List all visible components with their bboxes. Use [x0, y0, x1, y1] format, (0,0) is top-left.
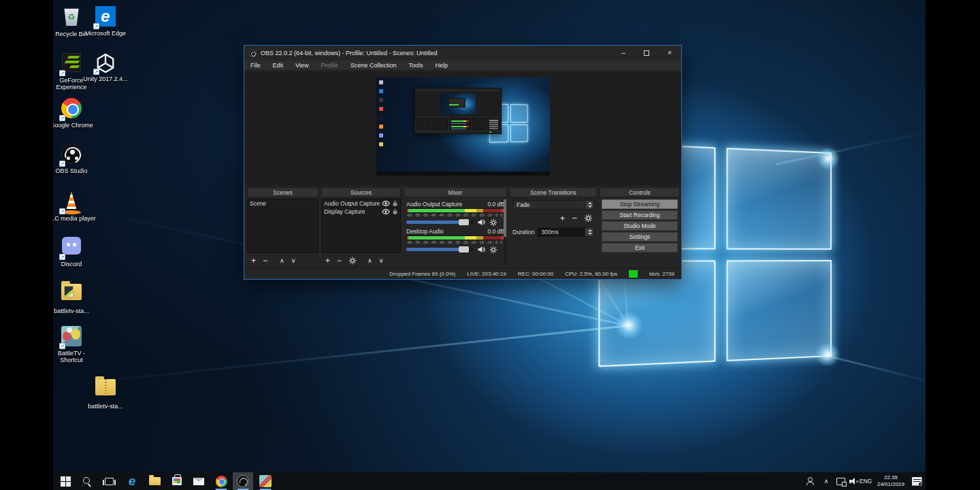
remove-scene-button[interactable]: − [263, 256, 267, 265]
duration-input[interactable]: 300ms [537, 227, 594, 237]
desktop-icon-microsoft-edge[interactable]: e ↗ Microsoft Edge [80, 5, 131, 37]
menu-bar: File Edit View Profile Scene Collection … [244, 61, 681, 71]
clock-date: 24/01/2019 [877, 481, 904, 488]
start-button[interactable] [55, 472, 76, 490]
desktop-icon-battletv-zip[interactable]: battletv-sta... [80, 376, 131, 410]
mixer-db-value: 0.0 dB [487, 228, 504, 235]
add-scene-button[interactable]: + [251, 256, 256, 265]
volume-slider-handle[interactable] [459, 246, 469, 252]
taskbar-edge-button[interactable]: e [122, 472, 142, 490]
desktop-icon-label: Discord [53, 261, 97, 267]
transitions-header[interactable]: Scene Transitions [510, 187, 597, 197]
taskbar-file-explorer-button[interactable] [144, 472, 165, 490]
speaker-icon[interactable] [477, 218, 486, 227]
taskbar-store-button[interactable] [167, 472, 187, 490]
tray-language-button[interactable]: ENG [856, 472, 875, 490]
mixer-scrollbar[interactable] [504, 199, 506, 265]
move-scene-up-button[interactable]: ∧ [280, 257, 284, 264]
clock-time: 22.35 [877, 474, 904, 481]
duration-spinner[interactable] [585, 228, 593, 236]
source-list-item[interactable]: Audio Output Capture [322, 199, 400, 208]
desktop-icon-discord[interactable]: ↗ Discord [53, 235, 97, 267]
desktop-icon-vlc[interactable]: ↗ VLC media player [53, 189, 97, 222]
volume-slider[interactable] [406, 220, 474, 224]
tray-network-button[interactable] [833, 472, 848, 490]
menu-scene-collection[interactable]: Scene Collection [344, 62, 403, 69]
mixer-gear-icon[interactable] [489, 218, 497, 227]
menu-help[interactable]: Help [429, 62, 454, 69]
geforce-icon [62, 53, 81, 72]
taskbar-mail-button[interactable] [189, 472, 209, 490]
language-label: ENG [860, 478, 872, 485]
taskbar-search-button[interactable] [77, 472, 97, 490]
obs-window: OBS 22.0.2 (64-bit, windows) - Profile: … [244, 45, 682, 280]
desktop-icon-google-chrome[interactable]: ↗ Google Chrome [53, 97, 97, 129]
wallpaper-glow [615, 311, 643, 340]
sources-header[interactable]: Sources [321, 187, 401, 197]
desktop-icon-label: battletv-sta... [53, 308, 97, 314]
dropdown-spinner[interactable] [585, 201, 593, 209]
move-source-up-button[interactable]: ∧ [368, 257, 372, 264]
add-transition-button[interactable]: + [560, 213, 566, 223]
minimize-button[interactable]: – [612, 46, 635, 61]
scenes-list: Scene [247, 199, 318, 253]
shortcut-arrow-icon: ↗ [93, 23, 99, 29]
task-view-button[interactable] [99, 472, 119, 490]
menu-view[interactable]: View [289, 62, 314, 69]
shortcut-arrow-icon: ↗ [59, 208, 65, 214]
remove-source-button[interactable]: − [337, 256, 342, 265]
close-button[interactable]: × [658, 46, 681, 61]
tray-people-button[interactable] [802, 472, 818, 490]
bitrate-status: kb/s: 2739 [649, 271, 674, 277]
menu-edit[interactable]: Edit [267, 62, 290, 69]
start-recording-button[interactable]: Start Recording [602, 210, 678, 220]
desktop-icon-battletv-shortcut[interactable]: ↗ BattleTV - Shortcut [53, 325, 97, 363]
preview-canvas[interactable] [376, 78, 550, 176]
visibility-eye-icon[interactable] [382, 201, 390, 206]
move-scene-down-button[interactable]: ∨ [291, 257, 296, 264]
dropped-frames-status: Dropped Frames 69 (0.0%) [389, 271, 455, 277]
taskbar-battletv-button[interactable] [255, 472, 276, 490]
controls-header[interactable]: Controls [600, 187, 680, 197]
add-source-button[interactable]: + [325, 256, 330, 265]
desktop-icon-label: Unity 2017.2.4... [80, 76, 131, 82]
source-list-item[interactable]: Display Capture [322, 208, 400, 216]
tray-hidden-icons-button[interactable]: ∧ [819, 472, 833, 490]
studio-mode-button[interactable]: Studio Mode [602, 221, 678, 231]
tray-clock-button[interactable]: 22.35 24/01/2019 [874, 472, 908, 490]
transition-properties-gear-icon[interactable] [584, 214, 593, 223]
move-source-down-button[interactable]: ∨ [379, 257, 384, 264]
taskbar-obs-button[interactable] [233, 472, 253, 490]
scene-list-item[interactable]: Scene [248, 199, 318, 208]
speaker-icon[interactable] [477, 245, 486, 254]
mixer-source-name: Audio Output Capture [406, 201, 462, 208]
lock-icon[interactable] [392, 200, 398, 207]
taskbar-chrome-button[interactable] [211, 472, 231, 490]
menu-profile[interactable]: Profile [314, 62, 344, 69]
volume-slider[interactable] [406, 248, 474, 251]
menu-tools[interactable]: Tools [402, 62, 429, 69]
scenes-header[interactable]: Scenes [247, 187, 318, 197]
mixer-gear-icon[interactable] [489, 246, 497, 254]
logo-pane [726, 260, 832, 361]
title-bar[interactable]: OBS 22.0.2 (64-bit, windows) - Profile: … [244, 46, 681, 61]
desktop-icon-battletv-folder[interactable]: battletv-sta... [53, 280, 97, 314]
menu-file[interactable]: File [244, 62, 267, 69]
lock-icon[interactable] [392, 208, 398, 215]
action-center-button[interactable]: 2 [908, 472, 926, 490]
remove-transition-button[interactable]: − [572, 213, 577, 223]
shortcut-arrow-icon: ↗ [59, 254, 65, 260]
volume-slider-handle[interactable] [459, 219, 469, 225]
meter-scale: -60-55-50-45-40-35-30-25-20-15-10-50 [406, 213, 502, 218]
mixer-header[interactable]: Mixer [404, 187, 507, 197]
source-properties-gear-icon[interactable] [348, 257, 357, 265]
stop-streaming-button[interactable]: Stop Streaming [602, 199, 678, 209]
transition-dropdown[interactable]: Fade [512, 200, 594, 210]
visibility-eye-icon[interactable] [382, 209, 390, 214]
desktop-icon-unity[interactable]: ↗ Unity 2017.2.4... [80, 52, 131, 82]
desktop-icon-obs-studio[interactable]: ↗ OBS Studio [53, 143, 97, 174]
exit-button[interactable]: Exit [602, 243, 678, 252]
transitions-toolbar: + − [510, 213, 593, 223]
maximize-button[interactable] [635, 46, 658, 61]
settings-button[interactable]: Settings [602, 232, 678, 242]
